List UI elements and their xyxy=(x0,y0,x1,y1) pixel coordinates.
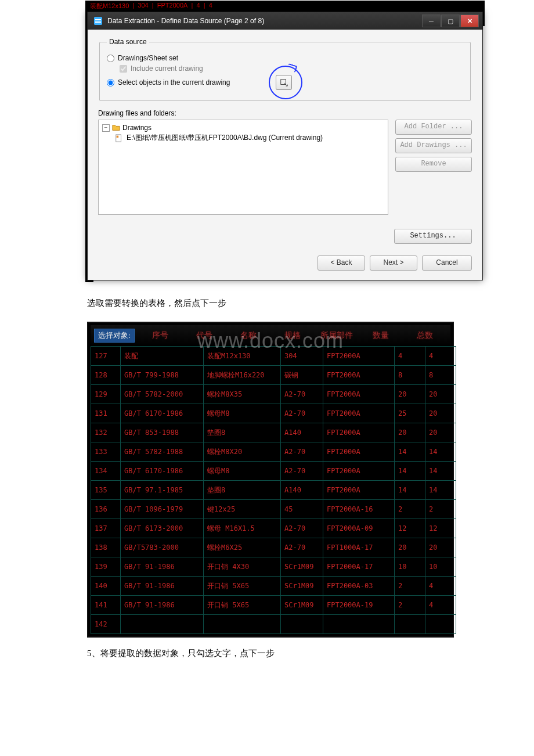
svg-rect-0 xyxy=(94,17,102,25)
table-row: 131GB/T 6170-1986螺母M8A2-70FPT2000A2520 xyxy=(91,404,456,423)
table-cell: FPT2000A-19 xyxy=(323,596,395,615)
table-cell: 138 xyxy=(91,538,121,557)
svg-rect-2 xyxy=(95,21,101,23)
add-drawings-button[interactable]: Add Drawings ... xyxy=(395,138,472,153)
table-cell: 键12x25 xyxy=(204,500,281,519)
table-cell: FPT2000A xyxy=(323,442,395,462)
table-cell: 134 xyxy=(91,462,121,481)
settings-button[interactable]: Settings... xyxy=(394,229,472,244)
table-cell: 12 xyxy=(425,519,456,538)
table-cell: A2-70 xyxy=(281,385,323,404)
table-cell xyxy=(323,615,395,634)
table-cell: 8 xyxy=(395,366,425,385)
table-cell: A2-70 xyxy=(281,462,323,481)
radio-drawings-sheetset[interactable] xyxy=(107,55,114,62)
table-cell: GB/T 5782-1988 xyxy=(121,442,204,462)
table-cell: 4 xyxy=(425,577,456,596)
table-cell: A2-70 xyxy=(281,404,323,423)
table-cell: SCr1M09 xyxy=(281,557,323,577)
table-cell: 开口销 4X30 xyxy=(204,557,281,577)
select-prompt: 选择对象: xyxy=(94,329,135,343)
maximize-button[interactable]: ▢ xyxy=(441,15,460,27)
table-cell: 128 xyxy=(91,366,121,385)
tree-root-label: Drawings xyxy=(122,124,151,132)
label-select-objects: Select objects in the current drawing xyxy=(118,78,230,87)
table-cell: 2 xyxy=(395,500,425,519)
table-cell: 131 xyxy=(91,404,121,423)
checkbox-include-current xyxy=(120,65,127,73)
table-cell: 14 xyxy=(395,481,425,500)
tree-child-node[interactable]: E:\图纸\带压机图纸\带压机FPT2000A\BJ.dwg (Current … xyxy=(115,133,384,143)
table-cell: 20 xyxy=(425,423,456,442)
table-cell: SCr1M09 xyxy=(281,577,323,596)
svg-rect-5 xyxy=(117,135,119,138)
table-cell: 开口销 5X65 xyxy=(204,577,281,596)
tree-collapse-icon[interactable]: − xyxy=(102,124,110,132)
svg-rect-1 xyxy=(95,19,101,20)
table-cell xyxy=(395,615,425,634)
table-cell: 10 xyxy=(395,557,425,577)
table-cell: 垫圈8 xyxy=(204,481,281,500)
table-cell: FPT1000A-17 xyxy=(323,538,395,557)
label-drawings-sheetset: Drawings/Sheet set xyxy=(118,54,178,62)
dwg-file-icon xyxy=(115,134,123,142)
table-cell xyxy=(425,615,456,634)
table-cell: 碳钢 xyxy=(281,366,323,385)
table-cell: GB/T 91-1986 xyxy=(121,577,204,596)
back-button[interactable]: < Back xyxy=(317,255,365,271)
table-cell: FPT2000A xyxy=(323,366,395,385)
next-button[interactable]: Next > xyxy=(370,255,417,271)
table-cell: 4 xyxy=(395,347,425,366)
folder-icon xyxy=(112,124,120,132)
label-include-current: Include current drawing xyxy=(131,64,203,73)
table-row: 138GB/T5783-2000螺栓M6X25A2-70FPT1000A-172… xyxy=(91,538,456,557)
table-row: 139GB/T 91-1986开口销 4X30SCr1M09FPT2000A-1… xyxy=(91,557,456,577)
table-cell: 装配 xyxy=(121,347,204,366)
table-cell: 14 xyxy=(425,442,456,462)
table-row: 135GB/T 97.1-1985垫圈8A140FPT2000A1414 xyxy=(91,481,456,500)
table-cell: GB/T 853-1988 xyxy=(121,423,204,442)
table-cell xyxy=(121,615,204,634)
app-icon xyxy=(93,16,103,26)
table-cell: 20 xyxy=(425,385,456,404)
table-cell: 螺母M8 xyxy=(204,462,281,481)
table-cell: 螺母 M16X1.5 xyxy=(204,519,281,538)
drawings-tree[interactable]: − Drawings E:\图纸\带压机图纸\带压机FPT2000A\BJ.dw… xyxy=(98,120,388,215)
table-row: 136GB/T 1096-1979键12x2545FPT2000A-1622 xyxy=(91,500,456,519)
tree-root-node[interactable]: − Drawings xyxy=(102,124,384,132)
table-cell: 4 xyxy=(425,596,456,615)
table-cell: GB/T 91-1986 xyxy=(121,596,204,615)
minimize-button[interactable]: ─ xyxy=(422,15,441,27)
cad-head-0: 序号 xyxy=(138,330,182,341)
table-cell: 25 xyxy=(395,404,425,423)
table-cell: 装配M12x130 xyxy=(204,347,281,366)
table-cell: FPT2000A xyxy=(323,481,395,500)
add-folder-button[interactable]: Add Folder ... xyxy=(395,120,472,135)
table-cell: A2-70 xyxy=(281,519,323,538)
table-cell: 20 xyxy=(425,404,456,423)
close-button[interactable]: ✕ xyxy=(460,15,479,27)
table-cell: 142 xyxy=(91,615,121,634)
radio-select-objects[interactable] xyxy=(107,79,114,87)
table-row: 133GB/T 5782-1988螺栓M8X20A2-70FPT2000A141… xyxy=(91,442,456,462)
table-cell xyxy=(281,615,323,634)
table-cell: A140 xyxy=(281,481,323,500)
remove-button[interactable]: Remove xyxy=(395,157,472,172)
table-cell: 垫圈8 xyxy=(204,423,281,442)
table-cell: GB/T 799-1988 xyxy=(121,366,204,385)
cad-head-1: 代号 xyxy=(182,330,226,341)
table-row: 134GB/T 6170-1986螺母M8A2-70FPT2000A1414 xyxy=(91,462,456,481)
pick-objects-button[interactable] xyxy=(276,75,292,90)
table-cell: GB/T5783-2000 xyxy=(121,538,204,557)
cad-table-screenshot: www.docx.com 选择对象: 序号代号名称规格所属部件数量总数 127装… xyxy=(87,322,454,638)
table-cell: 139 xyxy=(91,557,121,577)
table-cell: FPT2000A-17 xyxy=(323,557,395,577)
table-cell: 129 xyxy=(91,385,121,404)
table-cell: 开口销 5X65 xyxy=(204,596,281,615)
table-cell: FPT2000A-09 xyxy=(323,519,395,538)
cad-data-table: 127装配装配M12x130304FPT2000A44128GB/T 799-1… xyxy=(91,346,456,634)
table-cell: FPT2000A xyxy=(323,404,395,423)
table-row: 137GB/T 6173-2000螺母 M16X1.5A2-70FPT2000A… xyxy=(91,519,456,538)
cancel-button[interactable]: Cancel xyxy=(422,255,472,271)
cad-head-5: 数量 xyxy=(359,330,403,341)
